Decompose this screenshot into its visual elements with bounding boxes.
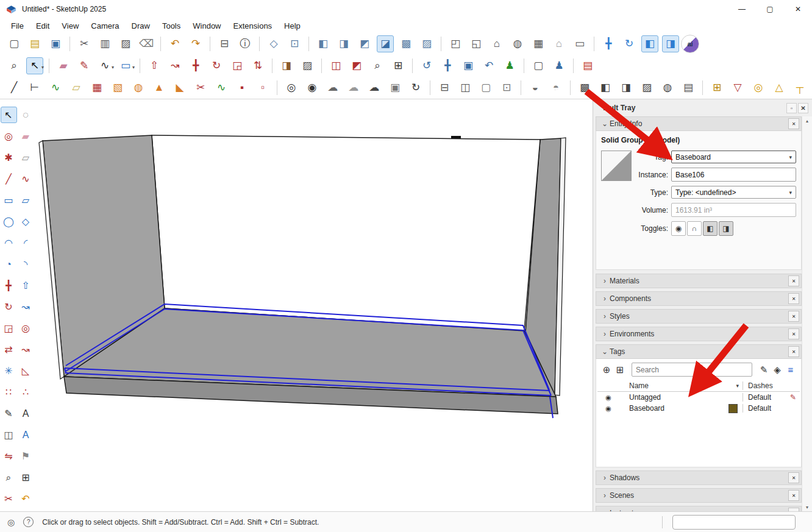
tag-search-input[interactable] — [632, 363, 752, 377]
section-close-icon[interactable]: ✕ — [788, 472, 799, 483]
trim-tool[interactable]: ✂ — [192, 79, 209, 96]
scale-tool[interactable]: ◲ — [1, 320, 17, 336]
wipe-tool[interactable]: ▱ — [18, 149, 34, 166]
visibility-eye-icon[interactable]: ◉ — [597, 394, 619, 402]
section-fill-red-button[interactable]: ◩ — [348, 57, 365, 74]
top-view-button[interactable]: ⊡ — [286, 35, 303, 52]
position-texture-tool[interactable]: ∴ — [18, 384, 34, 400]
corner-point-tool[interactable]: ▪ — [233, 79, 251, 96]
section-scenes[interactable]: › Scenes ✕ — [596, 488, 802, 503]
eraser-tool[interactable]: ▰ — [18, 128, 34, 144]
lasso-select-tool[interactable]: ◌ — [18, 107, 34, 123]
edit-pencil-icon[interactable]: ✎ — [757, 363, 771, 377]
tape-measure-tool[interactable]: ✳ — [1, 363, 17, 379]
frame-view-tool[interactable]: ▢ — [477, 79, 494, 96]
copy-button[interactable]: ▥ — [96, 35, 113, 52]
scroll-up-icon[interactable]: ▴ — [802, 116, 812, 126]
grid-tool[interactable]: ▦ — [88, 79, 105, 96]
zoom-tool[interactable]: ⌕ — [1, 469, 17, 486]
three-point-arc-tool[interactable]: ◝ — [18, 256, 34, 272]
flag-tool[interactable]: ⚑ — [18, 448, 34, 464]
viewport-3d[interactable] — [34, 99, 593, 512]
cube-dark-tool[interactable]: ◨ — [618, 79, 635, 96]
bezier-tool[interactable]: ∿ — [213, 79, 230, 96]
flip-tool[interactable]: ⇄ — [1, 341, 17, 358]
iso-view-button[interactable]: ◇ — [265, 35, 282, 52]
hidden-eye-toggle[interactable]: ◉ — [671, 221, 686, 236]
send-to-layout-button[interactable]: ▤ — [579, 57, 596, 74]
tag-details-icon[interactable]: ≡ — [784, 363, 797, 377]
search-sketchup-button[interactable]: ⌕ — [5, 57, 23, 74]
cloud-fill-tool[interactable]: ☁ — [366, 79, 383, 96]
line-tool[interactable]: ╱ — [1, 171, 17, 187]
previous-view-button[interactable]: ↶ — [480, 57, 497, 74]
cone-marker-tool[interactable]: △ — [771, 79, 788, 96]
section-shadows[interactable]: › Shadows ✕ — [596, 470, 802, 485]
instance-input[interactable] — [671, 168, 796, 182]
add-location-button[interactable]: ♟ — [501, 57, 518, 74]
corner-frame-tool[interactable]: ▫ — [254, 79, 271, 96]
cloud-outline-tool[interactable]: ☁ — [345, 79, 362, 96]
close-button[interactable]: ✕ — [784, 0, 812, 18]
paint-bucket-tool[interactable]: ◨ — [278, 57, 295, 74]
soft-eraser-tool[interactable]: ▱ — [68, 79, 85, 96]
offset-tool[interactable]: ◎ — [18, 320, 34, 336]
select-tool[interactable]: ↖ — [1, 107, 17, 123]
section-close-icon[interactable]: ✕ — [788, 275, 799, 286]
tag-color-swatch[interactable] — [728, 404, 738, 413]
three-d-text-tool[interactable]: A — [18, 427, 34, 443]
bucket-gray-tool[interactable]: ◒ — [527, 79, 544, 96]
rotate-tool[interactable]: ↻ — [1, 299, 17, 315]
donut-tool[interactable]: ◎ — [750, 79, 767, 96]
window-view-tool[interactable]: ◫ — [457, 79, 474, 96]
section-plane-tool[interactable]: ◫ — [1, 427, 17, 443]
redo-button[interactable]: ↷ — [187, 35, 204, 52]
component-browser-button[interactable]: ♟ — [550, 57, 568, 74]
align-tool[interactable]: ⊟ — [436, 79, 453, 96]
undo-button[interactable]: ↶ — [166, 35, 183, 52]
filter-tool[interactable]: ▽ — [729, 79, 746, 96]
scroll-down-icon[interactable]: ▾ — [802, 503, 812, 512]
new-model-button[interactable]: ▢ — [530, 57, 547, 74]
add-tag-button[interactable]: ⊕ — [600, 363, 613, 377]
section-close-icon[interactable]: ✕ — [788, 293, 799, 304]
cone-primitive-tool[interactable]: ▲ — [151, 79, 168, 96]
geolocation-icon[interactable]: ◎ — [7, 517, 15, 527]
tag-dropdown[interactable]: Baseboard ▾ — [671, 151, 796, 163]
menu-file[interactable]: File — [5, 20, 30, 32]
curve-offset-tool[interactable]: ↝ — [18, 341, 34, 358]
menu-edit[interactable]: Edit — [30, 20, 55, 32]
scale-tool[interactable]: ◲ — [229, 57, 246, 74]
pan-tool[interactable]: ╋ — [439, 57, 456, 74]
dashes-column-header[interactable]: Dashes — [743, 381, 786, 390]
paint-sample-tool[interactable]: ∷ — [1, 384, 17, 400]
grid-plane-button[interactable]: ▦ — [530, 35, 547, 52]
section-plane-red-button[interactable]: ◫ — [327, 57, 344, 74]
view-cube-front-button[interactable]: ◧ — [641, 35, 658, 52]
tee-marker-tool[interactable]: ┬ — [791, 79, 808, 96]
textured-style-button[interactable]: ▩ — [397, 35, 415, 52]
tag-row[interactable]: ◉ Untagged Default ✎ — [597, 392, 800, 403]
axes-tool[interactable]: ◺ — [18, 363, 34, 379]
frame-rect-button[interactable]: ▭ — [571, 35, 588, 52]
menu-help[interactable]: Help — [278, 20, 307, 32]
move-tool[interactable]: ╋ — [187, 57, 204, 74]
tags-close-icon[interactable]: ✕ — [788, 346, 799, 357]
checker-fine-tool[interactable]: ▨ — [638, 79, 655, 96]
print-button[interactable]: ⊟ — [216, 35, 233, 52]
refresh-view-tool[interactable]: ↻ — [407, 79, 424, 96]
bucket-dark-tool[interactable]: ◓ — [547, 79, 564, 96]
open-file-button[interactable]: ▤ — [26, 35, 43, 52]
zoom-window-tool[interactable]: ⊞ — [390, 57, 407, 74]
name-column-header[interactable]: Name ▾ — [619, 381, 743, 390]
menu-extensions[interactable]: Extensions — [227, 20, 279, 32]
freehand-tool[interactable]: ∿ — [18, 171, 34, 187]
section-close-icon[interactable]: ✕ — [788, 311, 799, 322]
label-tool[interactable]: A — [18, 405, 34, 422]
cloud-tool[interactable]: ☁ — [324, 79, 341, 96]
circle-tool[interactable]: ◯ — [1, 213, 17, 230]
arc-tool[interactable]: ◠ — [1, 235, 17, 251]
maximize-button[interactable]: ▢ — [756, 0, 784, 18]
line-tool[interactable]: ✎ — [76, 57, 93, 74]
section-styles[interactable]: › Styles ✕ — [596, 309, 802, 324]
